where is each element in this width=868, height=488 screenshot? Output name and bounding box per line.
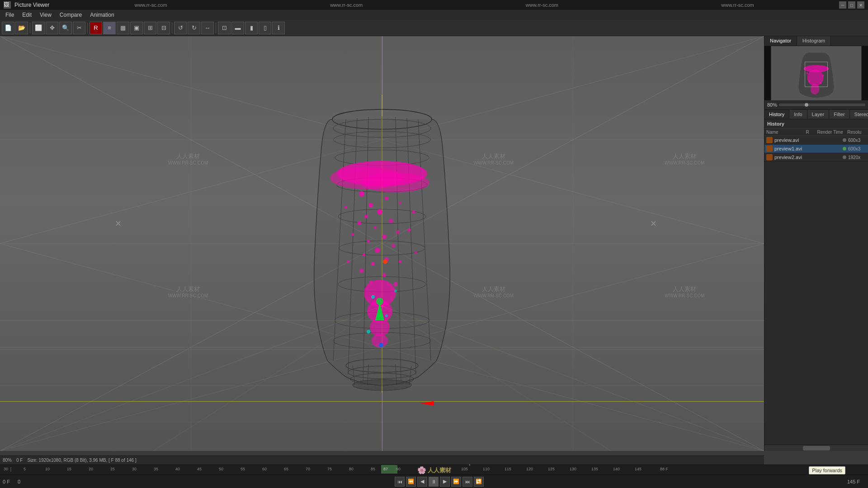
tab-stereo[interactable]: Stereo [850,110,868,119]
zoom-thumb[interactable] [805,103,808,107]
svg-text:10: 10 [45,467,50,471]
close-button[interactable]: ✕ [857,1,864,9]
svg-text:35: 35 [154,467,158,471]
next-frame-button[interactable]: ⏩ [451,477,461,487]
toolbar-separator-3 [172,23,172,33]
tool-color1[interactable]: R [90,22,102,34]
tool-display1[interactable]: ▦ [117,22,129,34]
svg-text:100: 100 [439,467,446,471]
tab-histogram[interactable]: Histogram [797,36,831,46]
go-start-button[interactable]: ⏮ [395,477,405,487]
window-controls[interactable]: ─ □ ✕ [839,1,864,9]
tab-layer[interactable]: Layer [807,110,830,119]
menu-view[interactable]: View [36,11,55,19]
history-resolution: 600x3 [848,138,866,143]
svg-text:110: 110 [483,467,490,471]
svg-point-71 [347,260,349,263]
svg-text:87: 87 [383,467,388,471]
svg-point-45 [377,209,382,215]
info-tabs: History Info Layer Filter Stereo [764,110,868,119]
svg-point-57 [371,262,375,266]
menu-compare[interactable]: Compare [56,11,85,19]
history-column-headers: Name R Render Time Resolu [764,129,868,136]
tool-flip-h[interactable]: ↔ [201,22,214,34]
tool-open[interactable]: 📂 [15,22,28,34]
tool-crop[interactable]: ✂ [73,22,85,34]
tool-region1[interactable]: ⊡ [218,22,231,34]
tool-region2[interactable]: ▬ [231,22,244,34]
frame-counter: 145 F [847,479,865,484]
zoom-label: 80% [767,102,777,108]
tool-select[interactable]: ⬜ [32,22,45,34]
svg-point-40 [362,173,429,192]
go-end-button[interactable]: ⏭ [462,477,472,487]
history-row[interactable]: preview1.avi 600x3 [764,145,868,153]
play-backward-button[interactable]: ◀ [417,477,427,487]
svg-point-49 [358,221,361,225]
svg-point-59 [359,268,364,273]
tool-rotate-right[interactable]: ↻ [188,22,200,34]
tab-navigator[interactable]: Navigator [764,36,797,46]
tool-info[interactable]: ℹ [272,22,285,34]
play-forward-button[interactable]: ▶ [440,477,450,487]
history-file-icon [766,145,773,152]
svg-text:20: 20 [89,467,93,471]
svg-text:115: 115 [505,467,511,471]
menu-file[interactable]: File [2,11,18,19]
tab-history[interactable]: History [764,110,789,119]
menu-animation[interactable]: Animation [86,11,118,19]
history-panel: History Name R Render Time Resolu previe… [764,119,868,445]
zoom-slider[interactable] [779,103,865,106]
menu-edit[interactable]: Edit [19,11,35,19]
minimize-button[interactable]: ─ [839,1,846,9]
svg-text:95: 95 [418,467,422,471]
svg-text:65: 65 [284,467,288,471]
right-panel-scrollbar[interactable] [764,445,868,451]
tool-new[interactable]: 📄 [2,22,14,34]
tool-display3[interactable]: ⊞ [144,22,156,34]
tab-info[interactable]: Info [789,110,807,119]
tool-region4[interactable]: ▯ [259,22,271,34]
bottle-wireframe [296,94,468,393]
history-row[interactable]: preview.avi 600x3 [764,136,868,145]
wm4: 人人素材WWW.RR-SC.COM [168,285,208,298]
svg-point-65 [370,318,390,336]
main-layout: 人人素材WWW.RR-SC.COM 人人素材WWW.RR-SC.COM 人人素材… [0,36,868,451]
svg-point-51 [382,235,387,239]
wm6: 人人素材WWW.RR-SC.COM [665,285,704,298]
tool-color2[interactable]: ≡ [103,22,116,34]
svg-point-48 [374,226,377,229]
tool-rotate-left[interactable]: ↺ [174,22,187,34]
history-resolution: 1920x [848,155,866,160]
timeline-ruler[interactable]: 30 5 10 15 20 25 30 35 40 45 50 55 60 65… [0,465,868,474]
wm3: 人人素材WWW.RR-SC.COM [665,152,704,165]
tool-region3[interactable]: ▮ [245,22,258,34]
wm2: 人人素材WWW.RR-SC.COM [474,152,514,165]
svg-text:60: 60 [262,467,267,471]
tab-filter[interactable]: Filter [829,110,849,119]
prev-frame-button[interactable]: ⏪ [406,477,416,487]
wm1: 人人素材WWW.RR-SC.COM [168,152,208,165]
loop-button[interactable]: 🔁 [474,477,484,487]
svg-point-70 [407,228,411,232]
svg-point-62 [393,282,398,286]
svg-text:40: 40 [175,467,180,471]
history-item-name: preview2.avi [774,155,841,160]
tool-display4[interactable]: ⊟ [157,22,170,34]
svg-text:120: 120 [526,467,533,471]
svg-point-60 [382,273,386,277]
navigator-preview[interactable] [764,46,868,100]
svg-point-67 [344,206,347,209]
right-panel: Navigator Histogram [764,36,868,451]
viewport[interactable]: 人人素材WWW.RR-SC.COM 人人素材WWW.RR-SC.COM 人人素材… [0,36,764,451]
tool-zoom[interactable]: 🔍 [59,22,72,34]
tool-display2[interactable]: ▣ [130,22,143,34]
app-title: Picture Viewer [14,2,49,8]
svg-text:80: 80 [349,467,354,471]
svg-point-69 [351,233,354,236]
maximize-button[interactable]: □ [848,1,855,9]
history-row[interactable]: preview2.avi 1920x [764,153,868,162]
tool-move[interactable]: ✥ [46,22,58,34]
svg-text:90: 90 [396,467,401,471]
pause-button[interactable]: ⏸ [429,477,439,487]
